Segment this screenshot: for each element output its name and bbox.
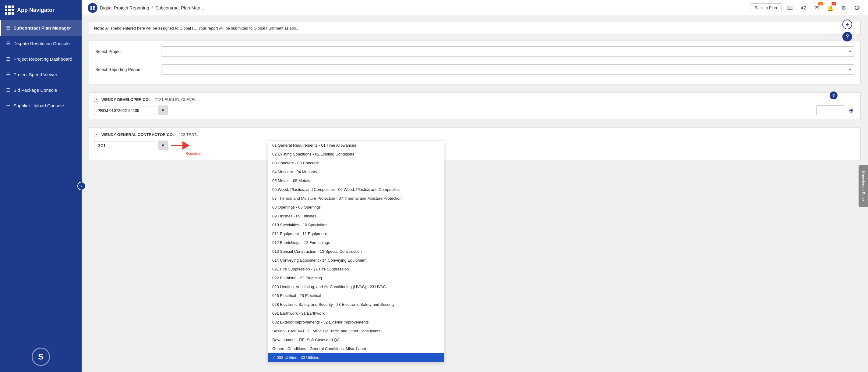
dropdown-item[interactable]: 023 Heating, Ventilating, and Air Condit…: [268, 282, 444, 291]
page-content: Note: All spend entered here will be ass…: [82, 16, 868, 372]
company1-address: 2121 EUCLID, CLEVEL...: [155, 97, 200, 102]
company1-header: + WENDY DEVELOPER CO. 2121 EUCLID, CLEVE…: [94, 97, 856, 102]
collapse-sidebar-button[interactable]: ‹: [78, 182, 86, 190]
dropdown-item[interactable]: 03 Concrete - 03 Concrete: [268, 159, 444, 167]
select-reporting-period-input[interactable]: [161, 64, 854, 75]
dropdown-item[interactable]: 031 Earthwork - 31 Earthwork: [268, 309, 444, 318]
company1-row: ▼ ⊕: [94, 106, 856, 115]
dropdown-item[interactable]: 08 Openings - 08 Openings: [268, 203, 444, 211]
company1-help-button[interactable]: ?: [830, 91, 838, 99]
sidebar-item-dispute-resolution-console[interactable]: ☰ Dispute Resolution Console: [0, 36, 82, 51]
company2-row: ▼ 01 General Requirements - 01 Time Allo…: [94, 141, 856, 150]
company2-expand-icon[interactable]: +: [94, 132, 99, 137]
category-dropdown-menu[interactable]: 01 General Requirements - 01 Time Allowa…: [268, 141, 444, 362]
top-right-actions: + ?: [842, 20, 852, 41]
gear-icon-button[interactable]: ⚙: [839, 3, 848, 13]
menu-lines-icon-3: ☰: [6, 56, 10, 62]
company2-block: + WENDY GENERAL CONTRACTOR CO. 123 TEST.…: [89, 127, 861, 161]
back-to-plan-button[interactable]: Back to Plan: [750, 3, 781, 12]
company2-name: WENDY GENERAL CONTRACTOR CO.: [101, 132, 174, 137]
select-reporting-period-wrapper: ▼: [161, 64, 854, 75]
topbar: Digital Project Reporting / Subcontract …: [82, 0, 868, 16]
dropdown-item[interactable]: 01 General Requirements - 01 Time Allowa…: [268, 141, 444, 150]
dropdown-item[interactable]: 014 Conveying Equipment - 14 Conveying E…: [268, 256, 444, 265]
note-text: All spend entered here will be assigned …: [105, 26, 299, 30]
dropdown-item[interactable]: 06 Wood, Plastics, and Composites - 06 W…: [268, 185, 444, 194]
book-icon-button[interactable]: 📖: [785, 3, 795, 13]
dropdown-item[interactable]: 02 Existing Conditions - 02 Existing Con…: [268, 150, 444, 159]
select-reporting-period-label: Select Reporting Period: [95, 67, 156, 72]
breadcrumb: Digital Project Reporting / Subcontract …: [88, 3, 204, 13]
power-icon-button[interactable]: ⏻: [852, 3, 862, 13]
topbar-actions: Back to Plan 📖 AZ ✉ 0 🔔 4 ⚙ ⏻: [750, 3, 862, 13]
dropdown-item[interactable]: Development - RE, Soft Costs and QA: [268, 336, 444, 344]
sidebar-item-bid-package-console[interactable]: ☰ Bid Package Console: [0, 82, 82, 98]
dropdown-item[interactable]: 07 Thermal and Moisture Protection - 07 …: [268, 194, 444, 203]
breadcrumb-page-name: Subcontract Plan Man...: [155, 5, 204, 10]
dropdown-item[interactable]: 05 Metals - 05 Metals: [268, 176, 444, 185]
company1-expand-icon[interactable]: +: [94, 97, 99, 102]
sidebar-nav: ☰ Subcontract Plan Manager ☰ Dispute Res…: [0, 20, 82, 342]
menu-lines-icon-4: ☰: [6, 71, 10, 78]
select-project-label: Select Project: [95, 49, 156, 54]
company1-add-button[interactable]: ⊕: [847, 106, 856, 115]
dropdown-item[interactable]: 021 Fire Suppression - 21 Fire Suppressi…: [268, 265, 444, 274]
menu-lines-icon-6: ☰: [6, 103, 10, 109]
dropdown-item[interactable]: 032 Exterior Improvements - 32 Exterior …: [268, 318, 444, 326]
sidebar-item-project-spend-viewer[interactable]: ☰ Project Spend Viewer: [0, 67, 82, 82]
menu-lines-icon: ☰: [6, 25, 10, 31]
grid-icon: [5, 5, 14, 15]
dropdown-item[interactable]: 09 Finishes - 09 Finishes: [268, 211, 444, 221]
mail-icon-button[interactable]: ✉ 0: [812, 3, 822, 13]
note-bar: Note: All spend entered here will be ass…: [89, 22, 861, 34]
company2-dropdown-button[interactable]: ▼: [158, 141, 168, 150]
select-project-section: Select Project ▼ Select Reporting Period…: [89, 40, 861, 85]
svg-rect-2: [90, 8, 92, 10]
breadcrumb-app-name: Digital Project Reporting: [100, 5, 149, 10]
note-prefix: Note:: [94, 26, 104, 30]
dropdown-item[interactable]: Design - Civil, A&E, S, MEP, FP Traffic …: [268, 326, 444, 336]
menu-lines-icon-5: ☰: [6, 87, 10, 93]
select-project-input[interactable]: [161, 46, 854, 57]
help-circle-button[interactable]: ?: [842, 32, 852, 41]
dropdown-item[interactable]: 011 Equipment - 11 Equipment: [268, 229, 444, 238]
dropdown-item[interactable]: General Conditions - General Conditions,…: [268, 344, 444, 353]
dropdown-item[interactable]: 028 Electronic Safety and Security - 28 …: [268, 300, 444, 309]
sidebar-title: App Navigator: [17, 7, 55, 13]
dropdown-item[interactable]: 026 Electrical - 26 Electrical: [268, 291, 444, 300]
dropdown-item[interactable]: 013 Special Construction - 13 Special Co…: [268, 247, 444, 256]
dropdown-item[interactable]: 012 Furnishings - 12 Furnishings: [268, 238, 444, 247]
sidebar-item-subcontract-plan-manager[interactable]: ☰ Subcontract Plan Manager: [0, 20, 82, 36]
select-project-wrapper: ▼: [161, 46, 854, 57]
sidebar-logo: S: [32, 348, 50, 366]
company1-amount-input[interactable]: [816, 106, 844, 115]
sidebar: App Navigator ☰ Subcontract Plan Manager…: [0, 0, 82, 372]
company1-dropdown-button[interactable]: ▼: [158, 106, 168, 115]
company1-project-id-input[interactable]: [94, 106, 155, 115]
svg-rect-1: [93, 6, 95, 8]
svg-point-3: [93, 8, 95, 10]
select-reporting-period-row: Select Reporting Period ▼: [95, 64, 854, 75]
sidebar-footer: S: [0, 342, 82, 372]
mail-badge: 0: [818, 2, 823, 5]
bell-icon-button[interactable]: 🔔 4: [825, 3, 835, 13]
company2-address: 123 TEST...: [179, 132, 199, 137]
company1-name: WENDY DEVELOPER CO.: [101, 97, 150, 102]
svg-rect-0: [90, 6, 92, 8]
knowledge-base-tab[interactable]: Knowledge Base: [859, 165, 868, 207]
company2-project-id-input[interactable]: [94, 141, 155, 150]
dropdown-item[interactable]: 04 Masonry - 04 Masonry: [268, 167, 444, 176]
arrow-indicator: [171, 141, 190, 150]
add-circle-button[interactable]: +: [842, 20, 852, 29]
main-content: Digital Project Reporting / Subcontract …: [82, 0, 868, 372]
company1-block: + WENDY DEVELOPER CO. 2121 EUCLID, CLEVE…: [89, 92, 861, 120]
sidebar-item-project-reporting-dashboard[interactable]: ☰ Project Reporting Dashboard: [0, 51, 82, 67]
dropdown-item[interactable]: 022 Plumbing - 22 Plumbing: [268, 274, 444, 282]
breadcrumb-separator: /: [152, 5, 153, 10]
company2-header: + WENDY GENERAL CONTRACTOR CO. 123 TEST.…: [94, 132, 856, 137]
bell-badge: 4: [832, 2, 836, 5]
dropdown-item[interactable]: ✓ 033 Utilities - 33 Utilities: [268, 353, 444, 362]
dropdown-item[interactable]: 010 Specialties - 10 Specialties: [268, 221, 444, 229]
sidebar-item-supplier-upload-console[interactable]: ☰ Supplier Upload Console: [0, 98, 82, 113]
text-format-icon-button[interactable]: AZ: [799, 3, 808, 13]
